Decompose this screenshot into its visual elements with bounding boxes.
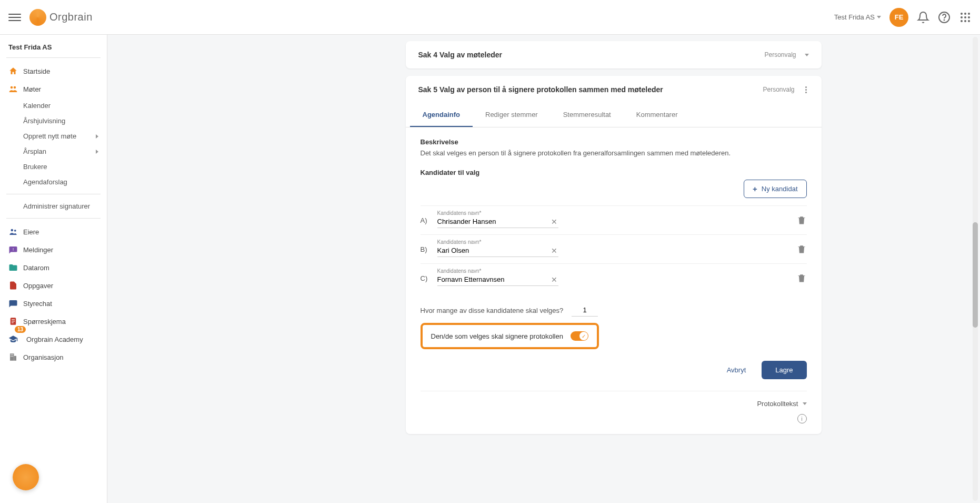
sidebar-item-organisasjon[interactable]: Organisasjon <box>6 348 101 366</box>
sidebar-item-label: Datarom <box>23 264 49 272</box>
tab-stemmeresultat[interactable]: Stemmeresultat <box>551 103 624 127</box>
sidebar-item-label: Meldinger <box>23 246 53 254</box>
tasks-icon <box>8 281 18 290</box>
sign-toggle-highlight: Den/de som velges skal signere protokoll… <box>421 323 599 349</box>
sidebar-subitem-kalender[interactable]: Kalender <box>6 98 101 113</box>
tab-agendainfo[interactable]: Agendainfo <box>410 103 473 127</box>
avatar[interactable]: FE <box>889 8 908 27</box>
folder-icon <box>8 263 18 272</box>
home-icon <box>8 66 18 76</box>
new-candidate-button[interactable]: + Ny kandidat <box>744 180 806 198</box>
sidebar-item-label: Møter <box>23 85 41 93</box>
sak4-header[interactable]: Sak 4 Valg av møteleder Personvalg <box>406 41 822 68</box>
organisation-icon <box>8 352 18 362</box>
cancel-button[interactable]: Avbryt <box>717 361 756 379</box>
hamburger-menu-button[interactable] <box>8 11 21 24</box>
candidates-label: Kandidater til valg <box>421 169 807 176</box>
sidebar-subitem-agendaforslag[interactable]: Agendaforslag <box>6 174 101 190</box>
desc-text: Det skal velges en person til å signere … <box>421 149 807 157</box>
clear-icon[interactable]: ✕ <box>551 275 557 284</box>
candidate-field-label: Kandidatens navn* <box>437 268 482 274</box>
floating-help-button[interactable] <box>13 464 39 490</box>
chat-icon <box>8 299 18 308</box>
sidebar-item-label: Spørreskjema <box>23 318 66 326</box>
delete-candidate-button[interactable] <box>796 273 807 283</box>
sidebar-item-startside[interactable]: Startside <box>6 62 101 80</box>
candidate-row: A) Kandidatens navn* ✕ <box>421 205 807 234</box>
svg-rect-17 <box>12 319 15 320</box>
org-dropdown[interactable]: Test Frida AS <box>834 13 881 21</box>
survey-icon <box>8 317 18 326</box>
notifications-icon[interactable] <box>917 11 929 24</box>
svg-point-3 <box>964 13 966 15</box>
sidebar-org-name: Test Frida AS <box>6 43 101 51</box>
sidebar-item-label: Orgbrain Academy <box>26 336 83 343</box>
candidate-row: C) Kandidatens navn* ✕ <box>421 263 807 292</box>
help-icon[interactable] <box>938 11 951 24</box>
sidebar-subitem-arsplan[interactable]: Årsplan <box>6 144 101 159</box>
svg-point-13 <box>11 229 14 232</box>
chevron-down-icon <box>803 402 807 405</box>
sidebar-subitem-admin-sign[interactable]: Administrer signaturer <box>6 199 101 214</box>
sidebar-divider <box>6 57 101 58</box>
svg-point-2 <box>961 13 963 15</box>
owners-icon <box>8 227 18 236</box>
tab-rediger-stemmer[interactable]: Rediger stemmer <box>473 103 551 127</box>
svg-rect-18 <box>12 321 15 321</box>
protokoll-toggle[interactable]: Protokolltekst <box>757 400 798 408</box>
candidate-field-label: Kandidatens navn* <box>437 239 482 245</box>
svg-point-12 <box>14 86 16 89</box>
svg-point-11 <box>11 86 13 89</box>
more-menu-button[interactable] <box>803 86 809 93</box>
clear-icon[interactable]: ✕ <box>551 218 557 226</box>
sidebar-item-label: Oppgaver <box>23 282 53 290</box>
candidate-letter: A) <box>421 216 431 224</box>
svg-point-5 <box>961 16 963 18</box>
sak5-tag: Personvalg <box>763 86 794 93</box>
messages-icon: ! <box>8 245 18 254</box>
sidebar-item-moter[interactable]: Møter <box>6 80 101 98</box>
sidebar-item-meldinger[interactable]: ! Meldinger <box>6 241 101 259</box>
apps-icon[interactable] <box>959 11 972 24</box>
candidate-row: B) Kandidatens navn* ✕ <box>421 234 807 263</box>
tabs: Agendainfo Rediger stemmer Stemmeresulta… <box>406 103 822 127</box>
sidebar-item-eiere[interactable]: Eiere <box>6 223 101 241</box>
svg-point-14 <box>14 230 16 232</box>
sak4-card: Sak 4 Valg av møteleder Personvalg <box>406 41 822 68</box>
svg-point-1 <box>944 19 945 20</box>
svg-point-9 <box>964 20 966 22</box>
academy-badge: 13 <box>15 326 26 333</box>
sidebar-item-oppgaver[interactable]: Oppgaver <box>6 277 101 294</box>
logo-icon <box>29 9 46 26</box>
chevron-right-icon <box>96 134 98 139</box>
svg-text:!: ! <box>13 247 14 252</box>
tab-kommentarer[interactable]: Kommentarer <box>624 103 691 127</box>
info-icon[interactable]: i <box>797 414 807 423</box>
sidebar-item-label: Eiere <box>23 228 39 236</box>
svg-point-6 <box>964 16 966 18</box>
sidebar-divider <box>6 218 101 219</box>
chevron-down-icon <box>805 54 809 56</box>
delete-candidate-button[interactable] <box>796 215 807 225</box>
sak5-header[interactable]: Sak 5 Valg av person til å signere proto… <box>406 76 822 103</box>
sidebar-item-academy[interactable]: 13 Orgbrain Academy <box>6 330 101 348</box>
sidebar-subitem-brukere[interactable]: Brukere <box>6 159 101 174</box>
sidebar-subitem-arshjul[interactable]: Årshjulvisning <box>6 113 101 129</box>
sign-protocol-toggle[interactable]: ✓ <box>571 331 588 341</box>
scrollbar[interactable] <box>973 37 978 501</box>
sak5-card: Sak 5 Valg av person til å signere proto… <box>406 76 822 434</box>
sidebar-item-datarom[interactable]: Datarom <box>6 259 101 277</box>
clear-icon[interactable]: ✕ <box>551 246 557 255</box>
sidebar-item-styrechat[interactable]: Styrechat <box>6 294 101 312</box>
desc-label: Beskrivelse <box>421 138 807 146</box>
scrollbar-thumb[interactable] <box>973 222 978 328</box>
svg-rect-19 <box>12 322 14 323</box>
meetings-icon <box>8 84 18 94</box>
sidebar-subitem-opprett-mote[interactable]: Opprett nytt møte <box>6 129 101 144</box>
logo-text: Orgbrain <box>49 11 93 23</box>
delete-candidate-button[interactable] <box>796 244 807 254</box>
org-name-label: Test Frida AS <box>834 13 875 21</box>
count-input[interactable] <box>572 304 598 317</box>
toggle-label: Den/de som velges skal signere protokoll… <box>431 332 563 340</box>
save-button[interactable]: Lagre <box>762 361 806 379</box>
